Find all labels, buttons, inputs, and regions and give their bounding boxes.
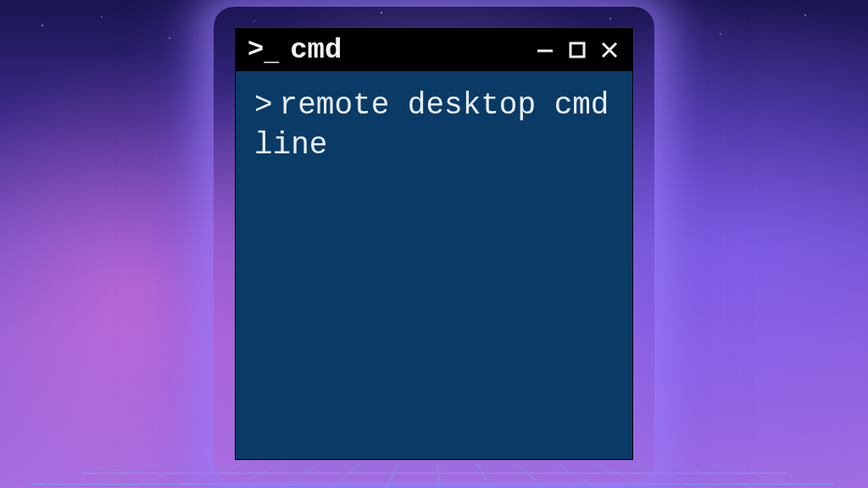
terminal-icon-underscore: _ (264, 41, 278, 66)
terminal-body[interactable]: >remote desktop cmd line (236, 71, 632, 459)
svg-rect-1 (570, 43, 584, 57)
maximize-button[interactable] (566, 39, 588, 61)
titlebar[interactable]: >_ cmd (236, 29, 632, 71)
minimize-button[interactable] (534, 39, 556, 61)
cmd-window: >_ cmd >remote desktop cmd line (235, 28, 633, 460)
window-title: cmd (290, 34, 522, 66)
terminal-icon: >_ (248, 36, 278, 64)
close-button[interactable] (598, 39, 620, 61)
window-controls (534, 39, 620, 61)
command-text: remote desktop cmd line (254, 88, 609, 163)
terminal-icon-chevron: > (248, 36, 263, 64)
prompt-symbol: > (254, 88, 273, 123)
wallpaper-grid (0, 464, 868, 488)
